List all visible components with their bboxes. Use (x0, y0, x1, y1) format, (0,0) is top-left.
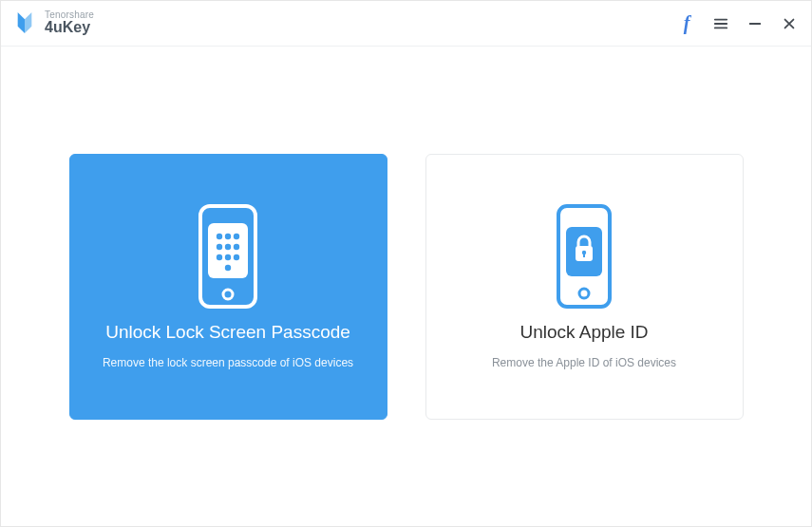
svg-point-2 (217, 233, 222, 238)
svg-point-6 (225, 243, 231, 249)
svg-point-10 (234, 254, 239, 259)
unlock-passcode-subtitle: Remove the lock screen passcode of iOS d… (103, 356, 353, 369)
main-content: Unlock Lock Screen Passcode Remove the l… (1, 47, 811, 526)
unlock-appleid-subtitle: Remove the Apple ID of iOS devices (492, 356, 676, 369)
svg-rect-17 (583, 253, 585, 257)
svg-point-18 (579, 289, 589, 298)
menu-icon[interactable] (712, 15, 729, 32)
titlebar: Tenorshare 4uKey f (1, 1, 811, 47)
svg-point-11 (225, 264, 231, 270)
svg-point-7 (234, 243, 239, 249)
phone-passcode-icon (195, 204, 261, 309)
unlock-appleid-title: Unlock Apple ID (519, 322, 648, 343)
svg-point-8 (217, 254, 222, 259)
brand: Tenorshare 4uKey (14, 10, 94, 36)
facebook-icon[interactable]: f (678, 15, 695, 32)
unlock-passcode-card[interactable]: Unlock Lock Screen Passcode Remove the l… (69, 154, 387, 420)
svg-point-3 (225, 233, 231, 238)
unlock-passcode-title: Unlock Lock Screen Passcode (105, 322, 350, 343)
svg-point-4 (234, 233, 239, 238)
unlock-appleid-card[interactable]: Unlock Apple ID Remove the Apple ID of i… (425, 154, 744, 420)
svg-point-9 (225, 254, 231, 259)
svg-point-5 (217, 243, 222, 249)
logo-icon (14, 10, 35, 35)
app-window: Tenorshare 4uKey f (0, 0, 812, 527)
svg-point-12 (223, 290, 233, 299)
close-icon[interactable] (781, 15, 798, 32)
minimize-icon[interactable] (746, 15, 764, 32)
brand-text: Tenorshare 4uKey (45, 10, 94, 36)
brand-product: 4uKey (45, 20, 94, 36)
titlebar-controls: f (678, 15, 798, 32)
phone-lock-icon (551, 204, 617, 309)
